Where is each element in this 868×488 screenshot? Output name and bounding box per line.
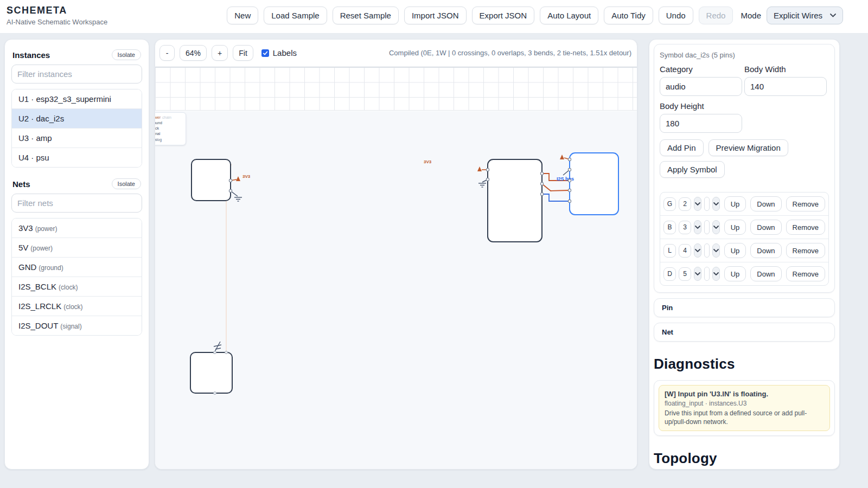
pin-up-button[interactable]: Up [724, 220, 746, 235]
component-u4-psu[interactable] [192, 159, 231, 201]
net-row-5v[interactable]: 5V(power) [12, 238, 142, 258]
pin-down-button[interactable]: Down [750, 243, 781, 258]
net-section[interactable]: Net [654, 323, 835, 342]
power-flag-icon [236, 176, 240, 181]
component-u2-dac-i2s[interactable] [570, 153, 618, 215]
instances-isolate-button[interactable]: Isolate [112, 49, 141, 60]
ground-icon [234, 197, 242, 201]
net-row-i2s-bclk[interactable]: I2S_BCLK(clock) [12, 277, 142, 297]
chevron-down-icon [713, 249, 719, 252]
new-button[interactable]: New [227, 7, 258, 24]
pin-name-input[interactable] [663, 244, 676, 258]
import-json-button[interactable]: Import JSON [404, 7, 467, 24]
instance-row-u2[interactable]: U2 · dac_i2s [12, 109, 142, 129]
pin-name-input[interactable] [663, 197, 676, 211]
pin-down-button[interactable]: Down [750, 220, 781, 235]
pin-offset-input[interactable] [704, 243, 710, 258]
pin-up-button[interactable]: Up [724, 266, 746, 281]
pin-type-select[interactable] [712, 267, 720, 281]
pin-down-button[interactable]: Down [750, 196, 781, 211]
net-class: (power) [30, 245, 53, 252]
pin-up-button[interactable]: Up [724, 243, 746, 258]
net-row-i2s-dout[interactable]: I2S_DOUT(signal) [12, 316, 142, 335]
pin-type-select[interactable] [712, 197, 720, 211]
pin-name-input[interactable] [663, 267, 676, 281]
apply-symbol-button[interactable]: Apply Symbol [660, 161, 725, 178]
pin-offset-input[interactable] [704, 197, 710, 211]
instance-row-u3[interactable]: U3 · amp [12, 129, 142, 148]
legend-analog: analog [155, 137, 182, 143]
pin-down-button[interactable]: Down [750, 266, 781, 281]
pin-type-select[interactable] [712, 243, 720, 258]
app-subtitle: AI-Native Schematic Workspace [7, 18, 107, 26]
pin-remove-button[interactable]: Remove [786, 196, 825, 211]
wire-i2s-2 [542, 184, 570, 191]
pin-dot [486, 178, 489, 181]
labels-toggle[interactable]: Labels [261, 48, 297, 57]
filter-nets-input[interactable] [11, 194, 142, 213]
component-bottom[interactable] [190, 352, 232, 393]
legend-clock: clock [155, 126, 182, 131]
pin-side-select[interactable] [694, 243, 701, 258]
nets-isolate-button[interactable]: Isolate [112, 178, 141, 189]
pin-side-select[interactable] [694, 267, 701, 281]
export-json-button[interactable]: Export JSON [472, 7, 535, 24]
pin-number-input[interactable] [679, 221, 691, 234]
pin-dot [229, 179, 232, 182]
pin-offset-input[interactable] [704, 267, 710, 281]
preview-migration-button[interactable]: Preview Migration [709, 139, 788, 156]
pin-type-select[interactable] [712, 220, 720, 234]
legend-ground: ground [155, 120, 182, 126]
pin-side-select[interactable] [694, 220, 701, 234]
fit-button[interactable]: Fit [233, 45, 253, 61]
auto-tidy-button[interactable]: Auto Tidy [604, 7, 653, 24]
labels-label: Labels [273, 48, 297, 57]
pin-dot [214, 351, 216, 354]
pin-number-input[interactable] [679, 197, 691, 211]
zoom-in-button[interactable]: + [212, 45, 228, 61]
pin-remove-button[interactable]: Remove [786, 220, 825, 235]
pin-offset-input[interactable] [704, 220, 710, 234]
reset-sample-button[interactable]: Reset Sample [333, 7, 399, 24]
instance-row-u1[interactable]: U1 · esp32_s3_supermini [12, 89, 142, 109]
auto-layout-button[interactable]: Auto Layout [540, 7, 598, 24]
net-row-i2s-lrclk[interactable]: I2S_LRCLK(clock) [12, 297, 142, 316]
category-field: Category [660, 63, 744, 96]
net-row-gnd[interactable]: GND(ground) [12, 258, 142, 277]
schematic-canvas[interactable]: - 64% + Fit Labels Compiled (0E, 1W | 0 … [155, 39, 637, 470]
category-input[interactable] [660, 77, 742, 96]
undo-button[interactable]: Undo [659, 7, 693, 24]
redo-button[interactable]: Redo [699, 7, 733, 24]
pin-remove-button[interactable]: Remove [786, 266, 825, 281]
net-class: (signal) [60, 323, 81, 330]
load-sample-button[interactable]: Load Sample [264, 7, 327, 24]
pin-remove-button[interactable]: Remove [786, 243, 825, 258]
pin-dot [229, 189, 232, 192]
pin-dot [568, 189, 571, 191]
zoom-level-button[interactable]: 64% [180, 45, 207, 61]
net-class-legend: powerchain ground clock signal analog [155, 112, 186, 145]
instance-row-u4[interactable]: U4 · psu [12, 148, 142, 167]
nets-list: 3V3(power) 5V(power) GND(ground) I2S_BCL… [11, 218, 142, 336]
pin-name-input[interactable] [663, 221, 676, 234]
mode-select-value: Explicit Wires [774, 11, 822, 20]
zoom-out-button[interactable]: - [159, 45, 175, 61]
labels-checkbox[interactable] [261, 49, 269, 57]
warning-item[interactable]: [W] Input pin 'U3.IN' is floating. float… [659, 385, 830, 431]
net-row-3v3[interactable]: 3V3(power) [12, 219, 142, 238]
pin-dot [214, 392, 216, 395]
add-pin-button[interactable]: Add Pin [660, 139, 704, 156]
legend-signal: signal [155, 131, 182, 137]
filter-instances-input[interactable] [11, 65, 142, 84]
pin-row: Up Down Remove [660, 216, 828, 239]
pin-up-button[interactable]: Up [724, 196, 746, 211]
pin-number-input[interactable] [679, 267, 691, 281]
body-width-input[interactable] [744, 77, 827, 96]
pin-number-input[interactable] [679, 244, 691, 258]
pin-section[interactable]: Pin [654, 298, 835, 317]
mode-select[interactable]: Explicit Wires [767, 7, 843, 24]
body-height-input[interactable] [660, 114, 742, 133]
warning-meta: floating_input · instances.U3 [665, 400, 824, 407]
pin-side-select[interactable] [694, 197, 701, 211]
component-u1-esp32[interactable] [488, 159, 542, 242]
